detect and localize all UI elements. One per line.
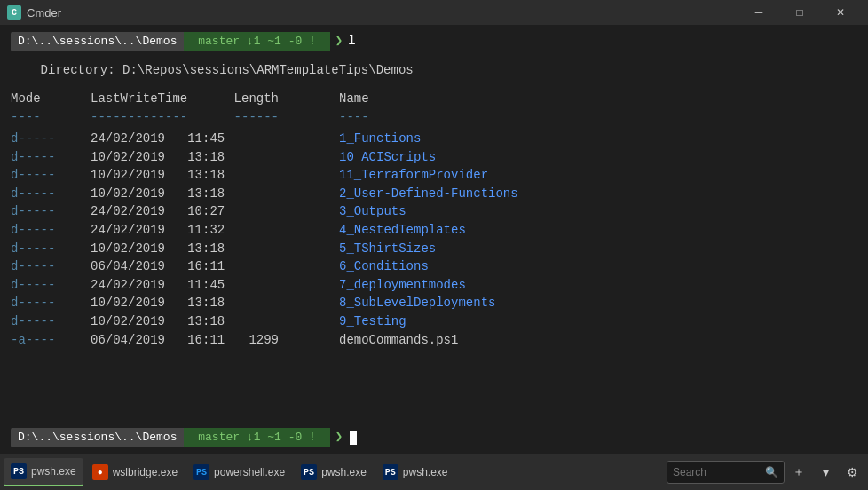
col-header-lwt: LastWriteTime — [91, 91, 215, 108]
taskbar-item-pwsh2[interactable]: PS pwsh.exe — [294, 458, 374, 486]
date-cell: 10/02/2019 13:18 — [91, 241, 215, 258]
div-mode: ---- — [11, 109, 91, 127]
table-row: d----- 10/02/2019 13:18 10_ACIScripts — [11, 149, 857, 167]
ps-icon: PS — [193, 464, 209, 480]
taskbar-item-label: powershell.exe — [214, 466, 285, 478]
div-name2: ---- — [339, 109, 857, 127]
search-box[interactable]: 🔍 — [667, 461, 785, 484]
taskbar-item-wsl[interactable]: ● wslbridge.exe — [85, 458, 185, 486]
prompt-line-bottom: D:\..\sessions\..\Demos master ↓1 ~1 -0 … — [11, 428, 857, 447]
date-cell: 10/02/2019 13:18 — [91, 149, 215, 167]
length-cell — [215, 222, 286, 240]
name-cell: 2_User-Defined-Functions — [339, 186, 857, 203]
name-cell: 3_Outputs — [339, 203, 857, 221]
mode-cell: d----- — [11, 258, 91, 276]
close-button[interactable]: ✕ — [820, 0, 861, 25]
date-cell: 10/02/2019 13:18 — [91, 186, 215, 203]
maximize-button[interactable]: □ — [779, 0, 820, 25]
taskbar-item-label: pwsh.exe — [31, 465, 76, 478]
date-cell: 06/04/2019 16:11 — [91, 258, 215, 276]
div-lwt: ------------- — [91, 109, 215, 127]
col-header-name — [286, 91, 339, 108]
pwsh-icon: PS — [301, 464, 317, 480]
table-row: -a---- 06/04/2019 16:11 1299 demoCommand… — [11, 332, 857, 350]
length-cell — [215, 258, 286, 276]
length-cell — [215, 203, 286, 221]
mode-cell: d----- — [11, 130, 91, 148]
date-cell: 10/02/2019 13:18 — [91, 295, 215, 312]
length-cell — [215, 167, 286, 185]
title-bar: C Cmder ─ □ ✕ — [0, 0, 868, 25]
taskbar-item-label: pwsh.exe — [403, 466, 448, 478]
name-cell: 4_NestedTemplates — [339, 222, 857, 240]
mode-cell: d----- — [11, 149, 91, 167]
search-input[interactable] — [673, 466, 761, 478]
table-row: d----- 24/02/2019 10:27 3_Outputs — [11, 203, 857, 221]
bottom-prompt-git: master ↓1 ~1 -0 ! — [184, 428, 329, 447]
div-name — [286, 109, 339, 127]
terminal-area: D:\..\sessions\..\Demos master ↓1 ~1 -0 … — [0, 25, 868, 454]
minimize-button[interactable]: ─ — [738, 0, 779, 25]
taskbar-items: PS pwsh.exe ● wslbridge.exe PS powershel… — [4, 458, 455, 486]
col-header-length: Length — [215, 91, 286, 108]
name-cell: 7_deploymentmodes — [339, 277, 857, 295]
mode-cell: -a---- — [11, 332, 91, 350]
div-length: ------ — [215, 109, 286, 127]
pwsh-icon: PS — [383, 464, 398, 480]
name-cell: 9_Testing — [339, 313, 857, 331]
table-row: d----- 24/02/2019 11:32 4_NestedTemplate… — [11, 222, 857, 240]
taskbar-item-label: pwsh.exe — [321, 466, 367, 478]
length-cell: 1299 — [215, 332, 286, 350]
pwsh-icon: PS — [11, 463, 27, 479]
date-cell: 24/02/2019 11:32 — [91, 222, 215, 240]
table-row: d----- 10/02/2019 13:18 8_SubLevelDeploy… — [11, 295, 857, 312]
taskbar: PS pwsh.exe ● wslbridge.exe PS powershel… — [0, 454, 868, 490]
search-icon: 🔍 — [765, 466, 778, 479]
table-row: d----- 24/02/2019 11:45 1_Functions — [11, 130, 857, 148]
col-header-name2: Name — [339, 91, 857, 108]
settings-button[interactable]: ⚙ — [840, 460, 864, 485]
add-tab-button[interactable]: ＋ — [786, 460, 811, 485]
window-controls: ─ □ ✕ — [738, 0, 861, 25]
table-row: d----- 06/04/2019 16:11 6_Conditions — [11, 258, 857, 276]
taskbar-item-pwsh3[interactable]: PS pwsh.exe — [375, 458, 455, 486]
length-cell — [215, 241, 286, 258]
taskbar-item-ps[interactable]: PS powershell.exe — [186, 458, 292, 486]
prompt-path: D:\..\sessions\..\Demos — [11, 32, 184, 51]
mode-cell: d----- — [11, 203, 91, 221]
taskbar-actions: ＋ ▾ ⚙ — [786, 460, 864, 485]
name-cell: 8_SubLevelDeployments — [339, 295, 857, 312]
directory-line: Directory: D:\Repos\sessions\ARMTemplate… — [11, 62, 857, 80]
mode-cell: d----- — [11, 241, 91, 258]
table-header: Mode LastWriteTime Length Name — [11, 91, 857, 108]
length-cell — [215, 186, 286, 203]
length-cell — [215, 313, 286, 331]
wsl-icon: ● — [92, 464, 108, 480]
taskbar-item-label: wslbridge.exe — [113, 466, 178, 478]
taskbar-item-pwsh1[interactable]: PS pwsh.exe — [4, 458, 83, 486]
table-row: d----- 24/02/2019 11:45 7_deploymentmode… — [11, 277, 857, 295]
mode-cell: d----- — [11, 186, 91, 203]
name-cell: 10_ACIScripts — [339, 149, 857, 167]
bottom-prompt-arrow: ❯ — [335, 429, 343, 447]
date-cell: 24/02/2019 11:45 — [91, 277, 215, 295]
date-cell: 24/02/2019 11:45 — [91, 130, 215, 148]
length-cell — [215, 130, 286, 148]
cursor — [350, 431, 357, 445]
length-cell — [215, 295, 286, 312]
length-cell — [215, 277, 286, 295]
col-header-mode: Mode — [11, 91, 91, 108]
table-row: d----- 10/02/2019 13:18 11_TerraformProv… — [11, 167, 857, 185]
window-title: Cmder — [27, 6, 738, 20]
bottom-prompt-path: D:\..\sessions\..\Demos — [11, 428, 184, 447]
date-cell: 10/02/2019 13:18 — [91, 313, 215, 331]
date-cell: 24/02/2019 10:27 — [91, 203, 215, 221]
table-divider: ---- ------------- ------ ---- — [11, 109, 857, 127]
prompt-arrow: ❯ — [335, 33, 343, 51]
mode-cell: d----- — [11, 167, 91, 185]
name-cell: 11_TerraformProvider — [339, 167, 857, 185]
date-cell: 10/02/2019 13:18 — [91, 167, 215, 185]
dropdown-button[interactable]: ▾ — [813, 460, 838, 485]
length-cell — [215, 149, 286, 167]
name-cell: 1_Functions — [339, 130, 857, 148]
